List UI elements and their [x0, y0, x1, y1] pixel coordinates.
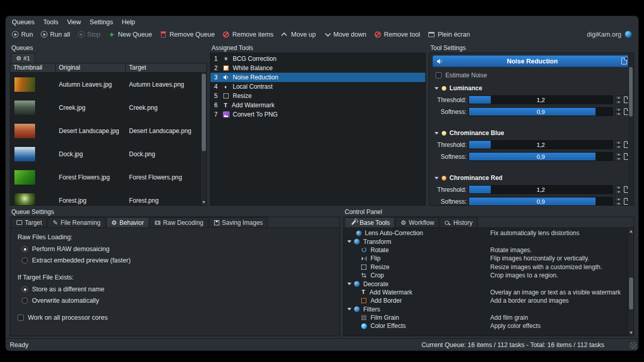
scrollbar-thumb[interactable]: [629, 277, 633, 309]
vertical-scrollbar[interactable]: [628, 54, 633, 205]
tool-row-resize[interactable]: Resize Resize images with a customized l…: [344, 263, 634, 271]
spin-down-icon[interactable]: [615, 157, 622, 161]
table-row[interactable]: Creek.jpg Creek.png: [10, 96, 206, 119]
stop-button[interactable]: Stop: [78, 31, 101, 38]
group-row-transform[interactable]: Transform: [344, 237, 634, 245]
table-row[interactable]: Forest.jpg Forest.png: [10, 189, 206, 205]
spin-up-icon[interactable]: [615, 197, 622, 201]
threshold-spinbox[interactable]: [615, 95, 622, 104]
checkbox[interactable]: [18, 315, 24, 321]
tool-row-film-grain[interactable]: Film Grain Add film grain: [344, 314, 634, 322]
spin-up-icon[interactable]: [615, 185, 622, 189]
tool-settings-menu-icon[interactable]: [621, 58, 627, 64]
radio-button[interactable]: [22, 286, 28, 292]
run-button[interactable]: Run: [12, 31, 33, 38]
radio-button[interactable]: [22, 246, 28, 252]
tool-row-add-watermark[interactable]: T Add Watermark Overlay an image or text…: [344, 288, 634, 297]
section-header-luminance[interactable]: Luminance: [429, 84, 634, 92]
estimate-noise-checkbox[interactable]: [436, 72, 442, 78]
assigned-tool-resize[interactable]: 5 Resize: [211, 91, 425, 101]
scroll-down-button[interactable]: [201, 199, 206, 205]
spin-down-icon[interactable]: [615, 202, 622, 206]
remove-queue-button[interactable]: Remove Queue: [160, 31, 215, 38]
threshold-spinbox[interactable]: [615, 140, 622, 149]
menu-tools[interactable]: Tools: [43, 19, 58, 26]
radio-perform-raw-demosaicing[interactable]: Perform RAW demosaicing: [22, 245, 332, 253]
radio-extract-embedded-preview[interactable]: Extract embedded preview (faster): [22, 257, 332, 264]
softness-slider[interactable]: 0,9: [469, 107, 613, 116]
column-header-original[interactable]: Original: [56, 63, 126, 72]
tool-row-flip[interactable]: Flip Flip images horizontally or vertica…: [344, 254, 634, 262]
group-row-decorate[interactable]: Decorate: [344, 279, 634, 288]
tool-row-rotate[interactable]: Rotate Rotate images.: [344, 246, 634, 254]
fullscreen-button[interactable]: Plein écran: [428, 31, 470, 38]
digikam-org-link[interactable]: digiKam.org: [587, 30, 632, 38]
assigned-tool-local-contrast[interactable]: 4 ◐ Local Contrast: [211, 82, 425, 91]
tab-file-renaming[interactable]: ✎ File Renaming: [47, 217, 105, 227]
radio-overwrite-automatically[interactable]: Overwrite automatically: [22, 297, 332, 304]
spin-down-icon[interactable]: [615, 100, 622, 104]
column-header-thumbnail[interactable]: Thumbnail: [10, 63, 56, 72]
table-row[interactable]: Dock.jpg Dock.png: [10, 142, 206, 166]
move-up-button[interactable]: Move up: [281, 31, 316, 38]
spin-up-icon[interactable]: [615, 152, 622, 156]
scroll-up-button[interactable]: [628, 228, 634, 234]
softness-spinbox[interactable]: [615, 197, 622, 206]
tab-base-tools[interactable]: Base Tools: [345, 217, 395, 227]
softness-slider[interactable]: 0,9: [469, 152, 613, 161]
threshold-slider[interactable]: 1,2: [469, 95, 613, 104]
collapse-arrow-icon[interactable]: [347, 240, 351, 243]
tool-settings-header[interactable]: Noise Reduction: [432, 55, 631, 67]
checkbox-all-processor-cores[interactable]: Work on all processor cores: [18, 314, 332, 321]
tab-raw-decoding[interactable]: Raw Decoding: [150, 217, 208, 227]
remove-tool-button[interactable]: Remove tool: [374, 31, 420, 38]
table-row[interactable]: Desert Landscape.jpg Desert Landscape.pn…: [10, 119, 206, 142]
resize-grip[interactable]: [630, 342, 637, 349]
table-row[interactable]: Forest Flowers.jpg Forest Flowers.png: [10, 166, 206, 189]
run-all-button[interactable]: Run all: [41, 31, 70, 38]
spin-up-icon[interactable]: [615, 95, 622, 100]
spin-up-icon[interactable]: [615, 107, 622, 111]
section-header-chrominance-red[interactable]: Chrominance Red: [429, 174, 634, 182]
tab-saving-images[interactable]: Saving Images: [209, 217, 268, 227]
scrollbar-thumb[interactable]: [202, 74, 206, 151]
remove-items-button[interactable]: Remove items: [222, 31, 273, 38]
estimate-noise-option[interactable]: Estimate Noise: [436, 72, 627, 79]
spin-down-icon[interactable]: [615, 112, 622, 116]
assigned-tool-add-watermark[interactable]: 6 T Add Watermark: [211, 101, 425, 110]
table-row[interactable]: Autumn Leaves.jpg Autumn Leaves.png: [10, 73, 206, 96]
vertical-scrollbar[interactable]: [200, 73, 206, 205]
threshold-slider[interactable]: 1,2: [469, 185, 613, 194]
threshold-slider[interactable]: 1,2: [469, 140, 613, 149]
threshold-spinbox[interactable]: [615, 185, 622, 194]
scroll-down-button[interactable]: [628, 330, 634, 336]
assigned-tool-noise-reduction[interactable]: 3 Noise Reduction: [211, 73, 425, 82]
menu-help[interactable]: Help: [122, 19, 135, 26]
softness-slider[interactable]: 0,9: [469, 197, 613, 206]
tab-history[interactable]: History: [440, 217, 477, 227]
tab-behavior[interactable]: ⚙ Behavior: [106, 217, 149, 227]
tool-row-color-effects[interactable]: Color Effects Apply color effects: [344, 322, 634, 330]
section-header-chrominance-blue[interactable]: Chrominance Blue: [429, 129, 634, 137]
collapse-arrow-icon[interactable]: [347, 283, 351, 285]
menu-queues[interactable]: Queues: [12, 19, 35, 26]
collapse-arrow-icon[interactable]: [347, 308, 351, 310]
spin-down-icon[interactable]: [615, 190, 622, 194]
vertical-scrollbar[interactable]: [627, 228, 634, 336]
tool-row-crop[interactable]: Crop Crop images to a region.: [344, 271, 634, 279]
column-header-target[interactable]: Target: [126, 63, 206, 72]
group-row-filters[interactable]: Filters: [344, 305, 634, 314]
radio-button[interactable]: [22, 298, 28, 304]
softness-spinbox[interactable]: [615, 152, 622, 161]
scrollbar-thumb[interactable]: [629, 67, 633, 117]
move-down-button[interactable]: Move down: [324, 31, 366, 38]
spin-up-icon[interactable]: [615, 140, 622, 144]
tab-target[interactable]: Target: [11, 217, 47, 227]
menu-view[interactable]: View: [67, 19, 81, 26]
softness-spinbox[interactable]: [615, 107, 622, 116]
new-queue-button[interactable]: + New Queue: [108, 31, 152, 38]
tool-row-lens-auto-correction[interactable]: Lens Auto-Correction Fix automatically l…: [344, 229, 634, 237]
assigned-tool-convert-to-png[interactable]: 7 Convert To PNG: [211, 110, 425, 119]
radio-button[interactable]: [22, 257, 28, 264]
queue-tab-1[interactable]: ⚙ #1: [11, 53, 35, 63]
